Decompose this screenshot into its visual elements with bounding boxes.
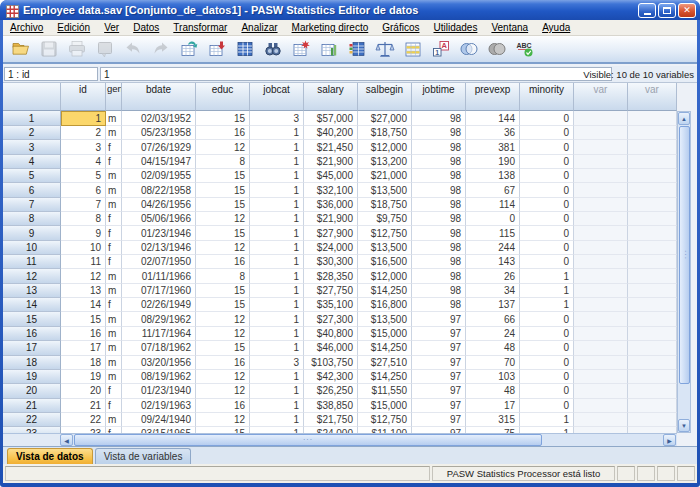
weight-cases-button[interactable] bbox=[371, 37, 399, 61]
cell-gender[interactable]: m bbox=[106, 111, 122, 126]
cell-minority[interactable]: 0 bbox=[520, 140, 574, 154]
cell-reference-box[interactable]: 1 : id bbox=[4, 67, 98, 81]
hscroll-thumb[interactable]: ··· bbox=[74, 434, 542, 446]
cell-jobcat[interactable]: 1 bbox=[250, 226, 304, 240]
cell-var2[interactable] bbox=[628, 198, 677, 212]
cell-salary[interactable]: $27,300 bbox=[304, 312, 358, 326]
minimize-button[interactable] bbox=[638, 3, 656, 18]
column-header-bdate[interactable]: bdate bbox=[122, 83, 196, 111]
cell-var2[interactable] bbox=[628, 370, 677, 384]
cell-jobcat[interactable]: 1 bbox=[250, 198, 304, 212]
cell-jobtime[interactable]: 98 bbox=[412, 212, 466, 226]
cell-prevexp[interactable]: 114 bbox=[466, 198, 520, 212]
cell-jobcat[interactable]: 1 bbox=[250, 298, 304, 312]
redo-button[interactable] bbox=[147, 37, 175, 61]
cell-gender[interactable]: f bbox=[106, 241, 122, 255]
cell-prevexp[interactable]: 190 bbox=[466, 155, 520, 169]
cell-id[interactable]: 21 bbox=[61, 399, 106, 413]
cell-jobtime[interactable]: 97 bbox=[412, 413, 466, 427]
cell-jobtime[interactable]: 98 bbox=[412, 226, 466, 240]
cell-minority[interactable]: 1 bbox=[520, 298, 574, 312]
column-header-educ[interactable]: educ bbox=[196, 83, 250, 111]
cell-educ[interactable]: 15 bbox=[196, 284, 250, 298]
vscroll-up-button[interactable]: ▲ bbox=[678, 112, 690, 125]
cell-prevexp[interactable]: 48 bbox=[466, 384, 520, 398]
cell-minority[interactable]: 0 bbox=[520, 169, 574, 183]
row-header[interactable]: 5 bbox=[3, 169, 61, 183]
cell-salary[interactable]: $21,900 bbox=[304, 155, 358, 169]
row-header[interactable]: 3 bbox=[3, 140, 61, 154]
vscroll-thumb[interactable]: ··· bbox=[679, 126, 690, 384]
cell-var2[interactable] bbox=[628, 284, 677, 298]
cell-salbegin[interactable]: $9,750 bbox=[358, 212, 412, 226]
cell-var2[interactable] bbox=[628, 384, 677, 398]
cell-prevexp[interactable]: 36 bbox=[466, 126, 520, 140]
cell-jobtime[interactable]: 97 bbox=[412, 356, 466, 370]
cell-minority[interactable]: 0 bbox=[520, 327, 574, 341]
open-data-button[interactable] bbox=[7, 37, 35, 61]
cell-salbegin[interactable]: $16,800 bbox=[358, 298, 412, 312]
cell-salary[interactable]: $21,450 bbox=[304, 140, 358, 154]
cell-var1[interactable] bbox=[574, 212, 628, 226]
cell-id[interactable]: 3 bbox=[61, 140, 106, 154]
cell-minority[interactable]: 0 bbox=[520, 111, 574, 126]
cell-bdate[interactable]: 01/11/1966 bbox=[122, 269, 196, 283]
column-header-salary[interactable]: salary bbox=[304, 83, 358, 111]
maximize-button[interactable] bbox=[658, 3, 676, 18]
row-header[interactable]: 19 bbox=[3, 370, 61, 384]
cell-prevexp[interactable]: 24 bbox=[466, 327, 520, 341]
column-header-var1[interactable]: var bbox=[574, 83, 628, 111]
cell-minority[interactable]: 0 bbox=[520, 255, 574, 269]
cell-var1[interactable] bbox=[574, 413, 628, 427]
cell-bdate[interactable]: 02/19/1963 bbox=[122, 399, 196, 413]
row-header[interactable]: 6 bbox=[3, 183, 61, 197]
cell-var2[interactable] bbox=[628, 399, 677, 413]
cell-prevexp[interactable]: 48 bbox=[466, 341, 520, 355]
menu-datos[interactable]: Datos bbox=[126, 22, 166, 33]
cell-bdate[interactable]: 08/29/1962 bbox=[122, 312, 196, 326]
cell-id[interactable]: 6 bbox=[61, 183, 106, 197]
cell-salbegin[interactable]: $14,250 bbox=[358, 370, 412, 384]
menu-edición[interactable]: Edición bbox=[50, 22, 97, 33]
row-header[interactable]: 10 bbox=[3, 241, 61, 255]
cell-salbegin[interactable]: $14,250 bbox=[358, 341, 412, 355]
cell-salary[interactable]: $35,100 bbox=[304, 298, 358, 312]
cell-id[interactable]: 14 bbox=[61, 298, 106, 312]
cell-minority[interactable]: 0 bbox=[520, 126, 574, 140]
cell-salary[interactable]: $24,000 bbox=[304, 241, 358, 255]
cell-id[interactable]: 13 bbox=[61, 284, 106, 298]
cell-gender[interactable]: f bbox=[106, 399, 122, 413]
cell-minority[interactable]: 1 bbox=[520, 413, 574, 427]
cell-minority[interactable]: 0 bbox=[520, 183, 574, 197]
cell-gender[interactable]: f bbox=[106, 255, 122, 269]
cell-var1[interactable] bbox=[574, 399, 628, 413]
menu-marketing-directo[interactable]: Marketing directo bbox=[285, 22, 376, 33]
cell-educ[interactable]: 15 bbox=[196, 169, 250, 183]
row-header[interactable]: 13 bbox=[3, 284, 61, 298]
cell-jobcat[interactable]: 1 bbox=[250, 140, 304, 154]
cell-educ[interactable]: 12 bbox=[196, 370, 250, 384]
column-header-minority[interactable]: minority bbox=[520, 83, 574, 111]
spell-check-button[interactable]: ABC bbox=[511, 37, 539, 61]
cell-var1[interactable] bbox=[574, 384, 628, 398]
cell-id[interactable]: 1 bbox=[61, 111, 106, 126]
cell-salary[interactable]: $27,900 bbox=[304, 226, 358, 240]
cell-bdate[interactable]: 01/23/1946 bbox=[122, 226, 196, 240]
menu-ventana[interactable]: Ventana bbox=[484, 22, 535, 33]
cell-gender[interactable]: m bbox=[106, 356, 122, 370]
cell-educ[interactable]: 15 bbox=[196, 198, 250, 212]
cell-salary[interactable]: $21,750 bbox=[304, 413, 358, 427]
cell-educ[interactable]: 15 bbox=[196, 298, 250, 312]
cell-educ[interactable]: 15 bbox=[196, 226, 250, 240]
cell-salary[interactable]: $40,200 bbox=[304, 126, 358, 140]
cell-salary[interactable]: $26,250 bbox=[304, 384, 358, 398]
cell-bdate[interactable]: 02/09/1955 bbox=[122, 169, 196, 183]
cell-var2[interactable] bbox=[628, 183, 677, 197]
cell-prevexp[interactable]: 34 bbox=[466, 284, 520, 298]
cell-gender[interactable]: f bbox=[106, 140, 122, 154]
cell-id[interactable]: 20 bbox=[61, 384, 106, 398]
cell-bdate[interactable]: 01/23/1940 bbox=[122, 384, 196, 398]
cell-id[interactable]: 8 bbox=[61, 212, 106, 226]
cell-minority[interactable]: 1 bbox=[520, 284, 574, 298]
undo-button[interactable] bbox=[119, 37, 147, 61]
